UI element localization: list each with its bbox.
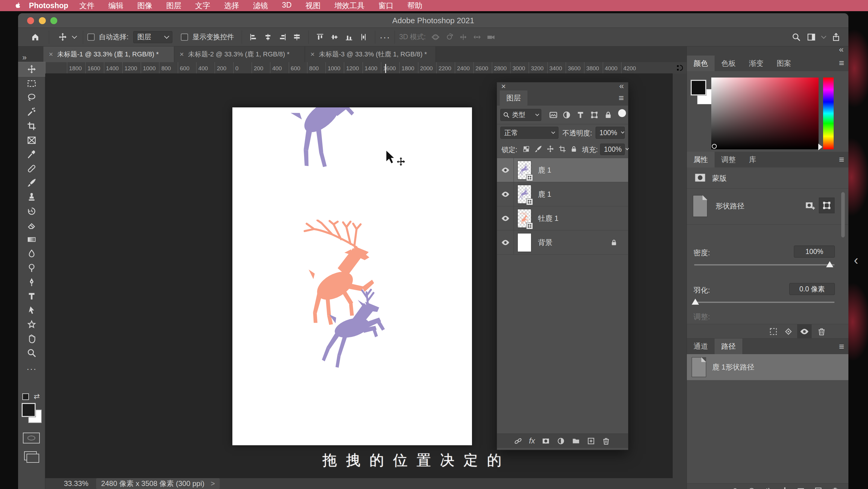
document-tab[interactable]: × 未标题-3 @ 33.3% (牡鹿 1, RGB/8) * (305, 47, 436, 62)
align-top-icon[interactable] (316, 33, 324, 41)
path-row[interactable]: 鹿 1形状路径 (687, 354, 848, 380)
close-tab-icon[interactable]: × (180, 50, 184, 59)
layer-row[interactable]: 鹿 1 (497, 182, 628, 206)
color-panel-tab[interactable]: 颜色 (687, 56, 715, 71)
tool-button[interactable] (18, 247, 45, 261)
tab-overflow-chevron-icon[interactable]: » (18, 53, 43, 62)
feather-field[interactable]: 0.0 像素 (789, 283, 835, 295)
lock-pixels-icon[interactable] (534, 145, 542, 153)
properties-panel-tab[interactable]: 库 (742, 152, 763, 167)
menubar-item[interactable]: 视图 (306, 1, 321, 10)
layer-name[interactable]: 鹿 1 (538, 190, 551, 199)
close-window-button[interactable] (27, 17, 34, 24)
menubar-item[interactable]: 编辑 (108, 1, 124, 10)
foreground-color-swatch[interactable] (691, 80, 706, 95)
auto-select-checkbox[interactable] (87, 33, 95, 41)
apple-menu-icon[interactable] (14, 2, 22, 10)
menubar-item[interactable]: 窗口 (378, 1, 394, 10)
vector-mask-button[interactable] (819, 198, 835, 213)
foreground-color-swatch[interactable] (22, 403, 36, 417)
window-titlebar[interactable]: Adobe Photoshop 2021 (18, 13, 848, 28)
history-panel-collapsed-icon[interactable] (676, 64, 684, 72)
tool-button[interactable] (18, 190, 45, 204)
document-canvas[interactable] (232, 107, 472, 445)
layer-thumbnail[interactable] (518, 161, 531, 179)
expand-panel-arrow-icon[interactable]: ‹ (854, 253, 858, 267)
tool-button[interactable] (18, 90, 45, 105)
tool-button[interactable] (18, 204, 45, 218)
invert-mask-icon[interactable] (784, 327, 793, 336)
density-field[interactable]: 100% (794, 246, 835, 258)
mask-selection-icon[interactable] (769, 327, 778, 336)
color-panel-tab[interactable]: 色板 (715, 56, 742, 71)
lock-artboard-icon[interactable] (558, 145, 566, 153)
tool-button[interactable] (18, 232, 45, 247)
new-adjustment-layer-icon[interactable] (557, 437, 565, 445)
edit-toolbar-button[interactable]: ··· (18, 362, 45, 376)
align-left-icon[interactable] (249, 33, 258, 41)
tool-button[interactable] (18, 289, 45, 303)
delete-path-icon[interactable] (831, 487, 839, 489)
move-tool-icon[interactable] (58, 33, 67, 41)
menubar-item[interactable]: 帮助 (407, 1, 423, 10)
align-middle-icon[interactable] (330, 33, 339, 41)
tool-button[interactable] (18, 76, 45, 90)
filter-toggle[interactable] (618, 109, 626, 117)
layer-thumbnail[interactable] (518, 185, 531, 204)
document-tab[interactable]: × 未标题-1 @ 33.3% (鹿 1, RGB/8) * (43, 47, 174, 62)
document-info[interactable]: 2480 像素 x 3508 像素 (300 ppi) > (96, 478, 220, 489)
properties-panel-menu-icon[interactable]: ≡ (839, 155, 844, 164)
lock-position-icon[interactable] (547, 145, 554, 153)
workspace-chevron-icon[interactable] (821, 33, 827, 38)
tool-button[interactable] (18, 176, 45, 190)
menubar-item[interactable]: 选择 (224, 1, 239, 10)
menubar-item[interactable]: 增效工具 (335, 1, 365, 10)
filter-pixel-layers-icon[interactable] (549, 110, 558, 119)
tool-button[interactable] (18, 218, 45, 232)
workspace-switcher-icon[interactable] (807, 33, 816, 41)
layer-row[interactable]: 牡鹿 1 (497, 206, 628, 230)
color-panel-menu-icon[interactable]: ≡ (839, 59, 844, 67)
color-saturation-field[interactable] (711, 78, 818, 149)
layer-effects-icon[interactable]: fx (529, 436, 535, 445)
mask-visibility-button[interactable] (797, 324, 812, 339)
filter-shape-layers-icon[interactable] (590, 110, 599, 119)
new-path-icon[interactable] (814, 487, 823, 489)
zoom-window-button[interactable] (50, 17, 57, 24)
auto-select-dropdown[interactable]: 图层 (133, 31, 173, 43)
tool-button[interactable] (18, 275, 45, 289)
fill-dropdown[interactable]: 100% (600, 144, 625, 155)
layer-filter-dropdown[interactable]: 类型 (500, 109, 541, 121)
density-slider[interactable] (694, 264, 835, 265)
layer-row[interactable]: 背景 (497, 230, 628, 255)
zoom-level[interactable]: 33.33% (64, 479, 88, 488)
layer-visibility-toggle[interactable] (497, 182, 514, 206)
filter-smart-objects-icon[interactable] (604, 110, 613, 119)
layer-visibility-toggle[interactable] (497, 206, 514, 230)
app-menu[interactable]: Photoshop (29, 1, 68, 10)
home-icon[interactable] (31, 33, 40, 41)
shape-path-thumbnail[interactable] (693, 195, 707, 217)
delete-mask-icon[interactable] (817, 327, 826, 336)
lock-transparency-icon[interactable] (522, 145, 530, 153)
menubar-item[interactable]: 滤镜 (253, 1, 268, 10)
add-mask-from-path-icon[interactable] (797, 487, 805, 489)
layer-thumbnail[interactable] (518, 209, 531, 228)
layer-thumbnail[interactable] (518, 233, 531, 252)
collapse-panel-icon[interactable]: « (619, 81, 624, 91)
paths-panel-tab[interactable]: 通道 (687, 339, 715, 354)
close-tab-icon[interactable]: × (49, 50, 53, 59)
load-path-selection-icon[interactable] (764, 487, 772, 489)
tab-layers[interactable]: 图层 (500, 90, 527, 106)
tool-button[interactable] (18, 133, 45, 147)
share-image-icon[interactable] (832, 33, 841, 41)
new-layer-icon[interactable] (587, 437, 595, 445)
layer-name[interactable]: 鹿 1 (538, 165, 551, 175)
minimize-window-button[interactable] (39, 17, 46, 24)
paths-panel-menu-icon[interactable]: ≡ (839, 342, 844, 351)
make-work-path-icon[interactable] (781, 487, 789, 489)
delete-layer-icon[interactable] (602, 437, 610, 445)
search-icon[interactable] (792, 33, 801, 41)
show-transform-checkbox[interactable] (181, 33, 188, 41)
panel-menu-icon[interactable]: ≡ (618, 93, 624, 103)
